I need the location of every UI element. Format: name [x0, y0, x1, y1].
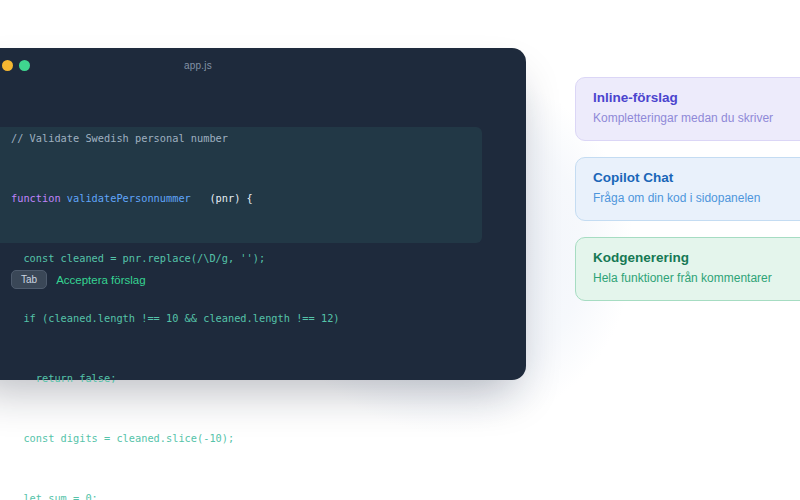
keyword-token: function — [11, 192, 61, 204]
ghost-token: let sum = 0; — [11, 492, 98, 500]
feature-title: Inline-förslag — [593, 90, 800, 105]
minimize-dot[interactable] — [2, 60, 13, 71]
function-name-token: validatePersonnummer — [67, 192, 191, 204]
feature-card-inline-suggestions[interactable]: Inline-förslag Kompletteringar medan du … — [575, 77, 800, 141]
accept-suggestion-hint: Tab Acceptera förslag — [11, 270, 146, 289]
ghost-suggestion-line: if (cleaned.length !== 10 && cleaned.len… — [11, 308, 514, 328]
ghost-token: return false; — [11, 372, 116, 384]
code-editor-surface[interactable]: // Validate Swedish personal number func… — [0, 82, 526, 380]
feature-card-copilot-chat[interactable]: Copilot Chat Fråga om din kod i sidopane… — [575, 157, 800, 221]
accept-suggestion-label: Acceptera förslag — [56, 274, 146, 286]
ghost-suggestion-line: const digits = cleaned.slice(-10); — [11, 428, 514, 448]
feature-description: Kompletteringar medan du skriver — [593, 111, 800, 125]
feature-title: Copilot Chat — [593, 170, 800, 185]
feature-description: Hela funktioner från kommentarer — [593, 271, 800, 285]
feature-card-code-generation[interactable]: Kodgenerering Hela funktioner från komme… — [575, 237, 800, 301]
ghost-suggestion-line: let sum = 0; — [11, 488, 514, 500]
params-token: (pnr) { — [191, 192, 253, 204]
code-line-comment: // Validate Swedish personal number — [11, 128, 514, 148]
ghost-suggestion-line: const cleaned = pnr.replace(/\D/g, ''); — [11, 248, 514, 268]
feature-card-list: Inline-förslag Kompletteringar medan du … — [575, 77, 800, 301]
window-titlebar: app.js — [0, 48, 526, 82]
ghost-token: const digits = cleaned.slice(-10); — [11, 432, 234, 444]
feature-description: Fråga om din kod i sidopanelen — [593, 191, 800, 205]
code-line-function-signature: function validatePersonnummer (pnr) { — [11, 188, 514, 208]
maximize-dot[interactable] — [19, 60, 30, 71]
code-editor-window: app.js // Validate Swedish personal numb… — [0, 48, 526, 380]
window-title: app.js — [184, 60, 212, 71]
ghost-suggestion-line: return false; — [11, 368, 514, 388]
feature-title: Kodgenerering — [593, 250, 800, 265]
comment-token: // Validate Swedish personal number — [11, 132, 228, 144]
tab-key-chip: Tab — [11, 270, 47, 289]
ghost-token: if (cleaned.length !== 10 && cleaned.len… — [11, 312, 340, 324]
ghost-token: const cleaned = pnr.replace(/\D/g, ''); — [11, 252, 265, 264]
